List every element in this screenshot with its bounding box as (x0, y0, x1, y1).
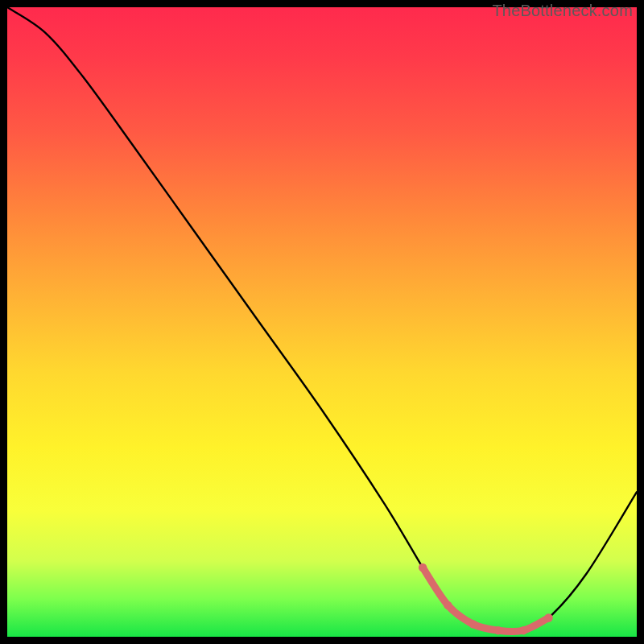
highlight-dot (469, 620, 477, 628)
highlight-dot (544, 613, 552, 621)
bottleneck-curve-line (7, 7, 637, 632)
attribution-text: TheBottleneck.com (492, 2, 633, 20)
highlight-dot (419, 564, 427, 572)
chart-svg (7, 7, 637, 637)
highlight-dot (494, 626, 502, 634)
bottleneck-curve-highlight (423, 568, 548, 632)
chart-frame: TheBottleneck.com (0, 0, 644, 644)
highlight-dot (519, 626, 527, 634)
highlight-dot (444, 601, 452, 609)
chart-plot-area (7, 7, 637, 637)
